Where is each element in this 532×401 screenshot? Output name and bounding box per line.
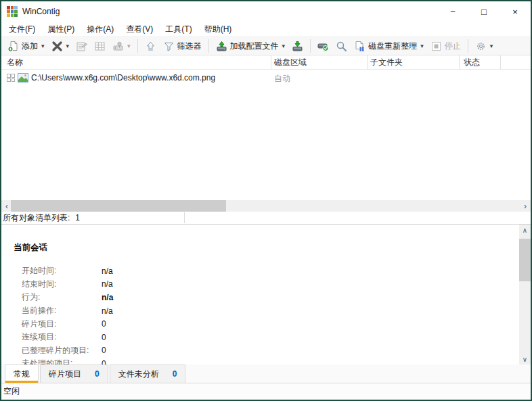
tab-count-badge: 0 [95, 369, 99, 379]
file-disk-area: 自动 [274, 73, 290, 85]
scrollbar-thumb[interactable] [11, 200, 226, 212]
list-header: 名称 磁盘区域 子文件夹 状态 [1, 55, 531, 70]
session-field-contiguous-items: 连续项目: 0 [14, 331, 519, 344]
up-arrow-icon [145, 41, 156, 52]
menu-actions[interactable]: 操作(A) [81, 22, 120, 37]
menu-file[interactable]: 文件(F) [3, 22, 41, 37]
maximize-button[interactable]: □ [468, 1, 500, 22]
settings-dropdown-icon[interactable]: ▾ [490, 43, 493, 49]
status-text: 空闲 [3, 385, 20, 397]
summary-label: 所有对象清单列表: [3, 212, 70, 224]
table-row[interactable]: C:\Users\www.x6g.com\Desktop\www.x6d.com… [1, 71, 531, 85]
column-name[interactable]: 名称 [7, 57, 23, 68]
session-field-action: 行为: n/a [14, 291, 519, 304]
fragmentation-icon [7, 74, 15, 82]
defragment-file-icon [354, 41, 365, 52]
toolbar-separator [208, 39, 209, 53]
disk-location-icon [112, 41, 124, 52]
window-title: WinContig [22, 7, 60, 16]
move-up-button[interactable] [141, 39, 160, 54]
titlebar: WinContig − □ × [1, 1, 531, 22]
tab-fragmented-items[interactable]: 碎片项目 0 [40, 364, 108, 383]
scroll-down-icon[interactable]: ∨ [519, 354, 531, 364]
remove-x-icon [51, 41, 63, 52]
column-disk-area[interactable]: 磁盘区域 [274, 57, 307, 68]
horizontal-scrollbar[interactable]: ‹ › [1, 200, 531, 212]
close-button[interactable]: × [500, 1, 531, 22]
session-panel: 当前会话 开始时间: n/a 结束时间: n/a 行为: n/a 当前操作: n… [1, 225, 531, 364]
add-button[interactable]: 添加 ▾ [4, 39, 48, 54]
menubar: 文件(F) 属性(P) 操作(A) 查看(V) 工具(T) 帮助(H) [1, 22, 531, 37]
gear-icon [475, 41, 487, 52]
summary-count: 1 [75, 213, 80, 222]
column-status[interactable]: 状态 [464, 57, 480, 68]
toolbar-separator [468, 39, 468, 53]
summary-bar: 所有对象清单列表: 1 [1, 212, 531, 225]
properties-button[interactable] [72, 39, 91, 54]
funnel-icon [163, 41, 175, 52]
grid-icon [94, 41, 106, 52]
disk-location-button[interactable]: ▾ [109, 39, 134, 54]
properties-icon [76, 41, 87, 52]
file-path: C:\Users\www.x6g.com\Desktop\www.x6d.com… [31, 73, 215, 82]
menu-tools[interactable]: 工具(T) [159, 22, 198, 37]
image-file-icon [18, 73, 28, 82]
grid-view-button[interactable] [91, 39, 109, 54]
session-field-unprocessed-items: 未处理的项目: 0 [14, 357, 519, 364]
window-controls: − □ × [437, 1, 531, 22]
session-field-defragmented-items: 已整理碎片的项目: 0 [14, 344, 519, 358]
analyze-disk-button[interactable] [314, 39, 332, 54]
session-field-current-operation: 当前操作: n/a [14, 304, 519, 318]
add-file-icon [7, 41, 19, 52]
session-title: 当前会话 [14, 242, 519, 254]
toolbar-separator [310, 39, 311, 53]
menu-view[interactable]: 查看(V) [120, 22, 159, 37]
app-icon [7, 6, 18, 17]
disk-download-icon [292, 41, 303, 52]
tab-files-not-analyzed[interactable]: 文件未分析 0 [110, 364, 186, 383]
load-profile-dropdown-icon[interactable]: ▾ [282, 43, 286, 49]
statusbar: 空闲 [1, 383, 531, 400]
defragment-dropdown-icon[interactable]: ▾ [420, 43, 424, 49]
scroll-up-icon[interactable]: ∧ [519, 225, 531, 235]
add-dropdown-icon[interactable]: ▾ [41, 43, 45, 49]
remove-dropdown-icon[interactable]: ▾ [66, 43, 70, 49]
tab-count-badge: 0 [173, 369, 177, 379]
settings-button[interactable]: ▾ [472, 39, 497, 54]
file-list: C:\Users\www.x6g.com\Desktop\www.x6d.com… [1, 70, 531, 200]
remove-button[interactable]: ▾ [48, 39, 73, 54]
magnifier-icon [336, 41, 347, 52]
minimize-button[interactable]: − [437, 1, 468, 22]
vertical-scrollbar[interactable]: ∧ ∨ [519, 225, 531, 364]
save-profile-button[interactable] [288, 39, 307, 54]
scroll-right-icon[interactable]: › [520, 200, 531, 212]
wincontig-window: WinContig − □ × 文件(F) 属性(P) 操作(A) 查看(V) … [0, 0, 532, 401]
stop-icon [430, 41, 442, 52]
search-button[interactable] [332, 39, 351, 54]
filter-button[interactable]: 筛选器 [160, 39, 205, 54]
defragment-button[interactable]: 磁盘重新整理 ▾ [351, 39, 427, 54]
menu-help[interactable]: 帮助(H) [198, 22, 238, 37]
disk-check-icon [317, 41, 329, 52]
toolbar-separator [137, 39, 138, 53]
load-profile-button[interactable]: 加载配置文件 ▾ [213, 39, 289, 54]
bottom-tabbar: 常规 碎片项目 0 文件未分析 0 [1, 364, 531, 383]
session-field-start-time: 开始时间: n/a [14, 264, 519, 278]
session-field-fragmented-items: 碎片项目: 0 [14, 317, 519, 331]
disk-location-dropdown-icon[interactable]: ▾ [127, 43, 131, 49]
scrollbar-thumb[interactable] [519, 239, 531, 281]
stop-button[interactable]: 停止 [427, 39, 464, 54]
column-subfolder[interactable]: 子文件夹 [370, 57, 403, 68]
toolbar: 添加 ▾ ▾ ▾ [1, 37, 531, 55]
tab-general[interactable]: 常规 [5, 364, 39, 383]
menu-properties[interactable]: 属性(P) [41, 22, 81, 37]
disk-upload-icon [216, 41, 227, 52]
session-field-end-time: 结束时间: n/a [14, 278, 519, 291]
